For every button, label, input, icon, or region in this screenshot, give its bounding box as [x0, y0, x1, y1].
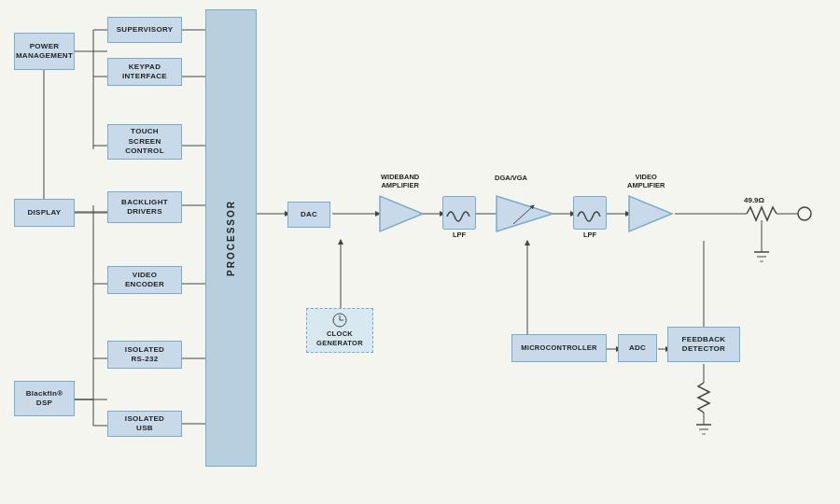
wideband-amplifier-label: WIDEBANDAMPLIFIER	[381, 173, 419, 189]
video-encoder-block: VIDEOENCODER	[107, 266, 182, 294]
dga-vga-triangle	[495, 194, 554, 233]
svg-point-18	[798, 207, 811, 220]
lpf1-label: LPF	[442, 231, 476, 239]
lpf2-label: LPF	[573, 231, 607, 239]
wideband-amp-triangle	[378, 194, 425, 233]
power-management-block: POWER MANAGEMENT	[14, 33, 75, 70]
lpf2-block	[573, 196, 607, 230]
dac-block: DAC	[287, 202, 330, 228]
feedback-detector-block: FEEDBACKDETECTOR	[667, 327, 740, 362]
svg-marker-48	[380, 196, 423, 231]
lpf1-wavy-icon	[445, 203, 473, 222]
isolated-usb-block: ISOLATEDUSB	[107, 411, 182, 437]
isolated-rs232-block: ISOLATEDRS-232	[107, 341, 182, 369]
processor-block: PROCESSOR	[205, 9, 257, 467]
dga-vga-label: DGA/VGA	[495, 174, 527, 182]
keypad-interface-block: KEYPADINTERFACE	[107, 58, 182, 86]
adc-block: ADC	[618, 334, 657, 362]
blackfin-dsp-block: Blackfin®DSP	[14, 381, 75, 416]
video-amp-triangle	[627, 194, 674, 233]
svg-marker-51	[629, 196, 672, 231]
supervisory-block: SUPERVISORY	[107, 17, 182, 43]
clock-icon	[329, 313, 350, 328]
resistor-49-9-label: 49.9Ω	[744, 196, 764, 204]
lpf1-block	[442, 196, 476, 230]
microcontroller-block: MICROCONTROLLER	[511, 334, 607, 362]
display-block: DISPLAY	[14, 199, 75, 227]
lpf2-wavy-icon	[576, 203, 604, 222]
clock-generator-block: CLOCKGENERATOR	[306, 308, 373, 353]
touch-screen-control-block: TOUCHSCREENCONTROL	[107, 124, 182, 160]
backlight-drivers-block: BACKLIGHTDRIVERS	[107, 191, 182, 223]
block-diagram: POWER MANAGEMENT SUPERVISORY KEYPADINTER…	[0, 0, 840, 504]
video-amplifier-label: VIDEOAMPLIFIER	[627, 173, 665, 189]
